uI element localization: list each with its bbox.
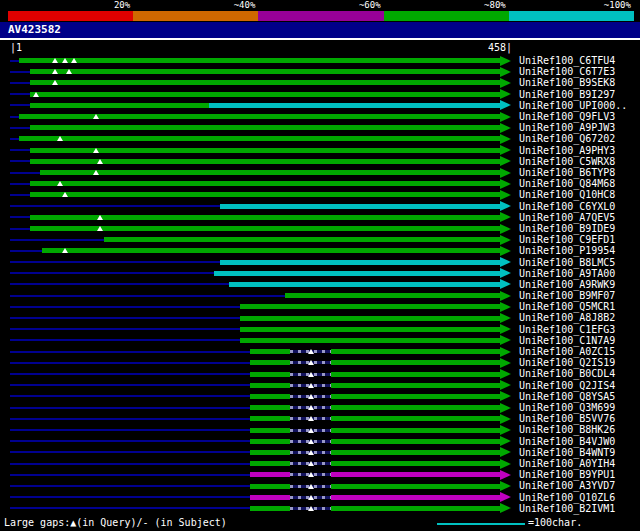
hit-label[interactable]: UniRef100_Q2JIS4: [519, 380, 615, 391]
alignment-row[interactable]: UniRef100_B9MF07: [0, 290, 640, 301]
hit-arrow-icon: [500, 78, 511, 88]
hit-label[interactable]: UniRef100_B2IVM1: [519, 503, 615, 514]
hit-arrow-icon: [500, 257, 511, 267]
hit-label[interactable]: UniRef100_A9PHY3: [519, 145, 615, 156]
hit-label[interactable]: UniRef100_Q9FLV3: [519, 111, 615, 122]
hit-label[interactable]: UniRef100_A9RWK9: [519, 279, 615, 290]
scale-label-20: 20%: [8, 0, 133, 11]
alignment-row[interactable]: UniRef100_Q10ZL6: [0, 492, 640, 503]
alignment-row[interactable]: UniRef100_Q5MCR1: [0, 301, 640, 312]
alignment-row[interactable]: UniRef100_Q2JIS4: [0, 380, 640, 391]
alignment-row[interactable]: UniRef100_C6T7E3: [0, 66, 640, 77]
alignment-row[interactable]: UniRef100_B5VV76: [0, 413, 640, 424]
alignment-row[interactable]: UniRef100_A9PJW3: [0, 122, 640, 133]
hit-label[interactable]: UniRef100_A9TA00: [519, 268, 615, 279]
alignment-row[interactable]: UniRef100_A9PHY3: [0, 145, 640, 156]
hit-label[interactable]: UniRef100_B9MF07: [519, 290, 615, 301]
alignment-row[interactable]: UniRef100_B9YPU1: [0, 469, 640, 480]
query-gap-icon: [52, 58, 58, 63]
hit-label[interactable]: UniRef100_P19954: [519, 245, 615, 256]
alignment-row[interactable]: UniRef100_C1N7A9: [0, 335, 640, 346]
alignment-row[interactable]: UniRef100_Q8YSA5: [0, 391, 640, 402]
hit-label[interactable]: UniRef100_Q5MCR1: [519, 301, 615, 312]
alignment-row[interactable]: UniRef100_B8LMC5: [0, 257, 640, 268]
hit-arrow-icon: [500, 134, 511, 144]
hit-label[interactable]: UniRef100_C5WRX8: [519, 156, 615, 167]
hit-label[interactable]: UniRef100_B4WNT9: [519, 447, 615, 458]
alignment-row[interactable]: UniRef100_B9IDE9: [0, 223, 640, 234]
hit-label[interactable]: UniRef100_Q10HC8: [519, 189, 615, 200]
hit-label[interactable]: UniRef100_Q8YSA5: [519, 391, 615, 402]
hit-label[interactable]: UniRef100_B0CDL4: [519, 368, 615, 379]
hit-label[interactable]: UniRef100_C6YXL0: [519, 201, 615, 212]
alignment-row[interactable]: UniRef100_B4WNT9: [0, 447, 640, 458]
hit-label[interactable]: UniRef100_Q3M699: [519, 402, 615, 413]
hit-label[interactable]: UniRef100_C1EFG3: [519, 324, 615, 335]
hit-label[interactable]: UniRef100_B9YPU1: [519, 469, 615, 480]
alignment-row[interactable]: UniRef100_B0CDL4: [0, 368, 640, 379]
hit-label[interactable]: UniRef100_A7QEV5: [519, 212, 615, 223]
alignment-row[interactable]: UniRef100_Q9FLV3: [0, 111, 640, 122]
alignment-row[interactable]: UniRef100_UPI000..: [0, 100, 640, 111]
alignment-row[interactable]: UniRef100_P19954: [0, 245, 640, 256]
hit-label[interactable]: UniRef100_Q84M68: [519, 178, 615, 189]
scale-label-80: ~80%: [384, 0, 509, 11]
alignment-segment: [214, 271, 500, 276]
alignment-segment: [30, 69, 500, 74]
hit-label[interactable]: UniRef100_C6TFU4: [519, 55, 615, 66]
hit-label[interactable]: UniRef100_C1N7A9: [519, 335, 615, 346]
alignment-row[interactable]: UniRef100_Q3M699: [0, 402, 640, 413]
alignment-segment: [209, 103, 500, 108]
hit-label[interactable]: UniRef100_A0ZC15: [519, 346, 615, 357]
hit-label[interactable]: UniRef100_Q2IS19: [519, 357, 615, 368]
alignment-row[interactable]: UniRef100_A9RWK9: [0, 279, 640, 290]
hit-label[interactable]: UniRef100_C9EFD1: [519, 234, 615, 245]
hit-label[interactable]: UniRef100_B9I297: [519, 89, 615, 100]
alignment-row[interactable]: UniRef100_Q2IS19: [0, 357, 640, 368]
alignment-row[interactable]: UniRef100_A0YIH4: [0, 458, 640, 469]
alignment-row[interactable]: UniRef100_Q10HC8: [0, 189, 640, 200]
hit-label[interactable]: UniRef100_Q10ZL6: [519, 492, 615, 503]
alignment-row[interactable]: UniRef100_A8J8B2: [0, 312, 640, 323]
alignment-row[interactable]: UniRef100_B8HK26: [0, 424, 640, 435]
hit-label[interactable]: UniRef100_Q67202: [519, 133, 615, 144]
alignment-row[interactable]: UniRef100_C6YXL0: [0, 201, 640, 212]
hit-label[interactable]: UniRef100_B8LMC5: [519, 257, 615, 268]
alignment-row[interactable]: UniRef100_C1EFG3: [0, 324, 640, 335]
hit-label[interactable]: UniRef100_B9IDE9: [519, 223, 615, 234]
hit-label[interactable]: UniRef100_A8J8B2: [519, 312, 615, 323]
alignment-row[interactable]: UniRef100_A0ZC15: [0, 346, 640, 357]
alignment-row[interactable]: UniRef100_A9TA00: [0, 268, 640, 279]
hit-arrow-icon: [500, 279, 511, 289]
alignment-row[interactable]: UniRef100_C5WRX8: [0, 156, 640, 167]
alignment-row[interactable]: UniRef100_B4VJW0: [0, 436, 640, 447]
alignment-row[interactable]: UniRef100_Q84M68: [0, 178, 640, 189]
alignment-segment: [331, 439, 500, 444]
scale-unit-label: =100char.: [528, 517, 582, 528]
alignment-row[interactable]: UniRef100_B9I297: [0, 89, 640, 100]
alignment-segment: [331, 506, 500, 511]
alignment-row[interactable]: UniRef100_C9EFD1: [0, 234, 640, 245]
query-gap-icon: [97, 226, 103, 231]
query-gap-icon: [62, 58, 68, 63]
alignment-segment: [250, 506, 291, 511]
hit-label[interactable]: UniRef100_A0YIH4: [519, 458, 615, 469]
hit-label[interactable]: UniRef100_A3YVD7: [519, 480, 615, 491]
blast-graphic-view: 20% ~40% ~60% ~80% ~100% AV423582: [0, 0, 640, 531]
hit-label[interactable]: UniRef100_B8HK26: [519, 424, 615, 435]
hit-label[interactable]: UniRef100_B9SEK8: [519, 77, 615, 88]
alignment-row[interactable]: UniRef100_B2IVM1: [0, 503, 640, 514]
alignment-row[interactable]: UniRef100_A3YVD7: [0, 480, 640, 491]
hit-label[interactable]: UniRef100_B4VJW0: [519, 436, 615, 447]
hit-label[interactable]: UniRef100_B6TYP8: [519, 167, 615, 178]
hit-label[interactable]: UniRef100_C6T7E3: [519, 66, 615, 77]
alignment-row[interactable]: UniRef100_Q67202: [0, 133, 640, 144]
alignment-segment: [331, 495, 500, 500]
hit-label[interactable]: UniRef100_A9PJW3: [519, 122, 615, 133]
alignment-row[interactable]: UniRef100_A7QEV5: [0, 212, 640, 223]
alignment-row[interactable]: UniRef100_B9SEK8: [0, 77, 640, 88]
hit-label[interactable]: UniRef100_B5VV76: [519, 413, 615, 424]
alignment-row[interactable]: UniRef100_C6TFU4: [0, 55, 640, 66]
alignment-row[interactable]: UniRef100_B6TYP8: [0, 167, 640, 178]
hit-label[interactable]: UniRef100_UPI000..: [519, 100, 627, 111]
